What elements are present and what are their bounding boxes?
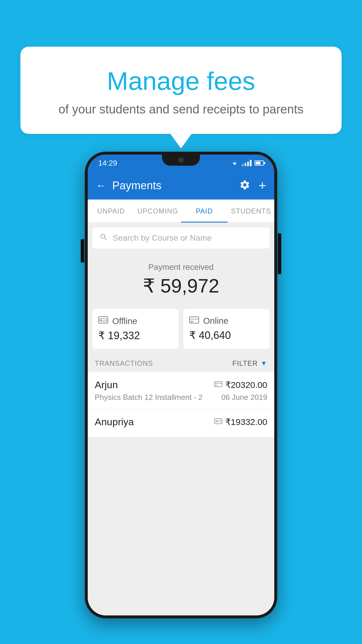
bubble-title: Manage fees — [44, 67, 318, 95]
filter-button[interactable]: FILTER ▼ — [232, 359, 267, 368]
phone-frame: 14:29 — [85, 152, 277, 618]
speech-bubble-container: Manage fees of your students and send re… — [20, 47, 342, 134]
svg-rect-5 — [189, 318, 199, 320]
offline-card-header: Offline — [98, 316, 173, 326]
transaction-name: Arjun — [95, 379, 118, 391]
filter-icon: ▼ — [261, 360, 267, 367]
speech-bubble: Manage fees of your students and send re… — [20, 47, 342, 134]
gear-icon — [239, 179, 250, 190]
bubble-subtitle: of your students and send receipts to pa… — [44, 102, 318, 116]
transaction-top: Anupriya ₹19332.00 — [95, 416, 267, 428]
tab-paid[interactable]: PAID — [181, 200, 228, 223]
payment-amount: ₹ 59,972 — [88, 275, 274, 297]
add-button[interactable]: + — [259, 178, 266, 193]
transactions-label: TRANSACTIONS — [95, 359, 153, 368]
notch — [162, 155, 200, 166]
camera-dot — [178, 158, 184, 163]
payment-received-label: Payment received — [88, 262, 274, 272]
transaction-amount: ₹20320.00 — [225, 380, 267, 390]
cash-mode-icon — [214, 417, 222, 426]
transaction-amount-wrap: ₹19332.00 — [214, 417, 267, 427]
transaction-list: Arjun ₹20320.00 — [88, 372, 274, 437]
online-card-header: Online — [189, 316, 264, 326]
app-title: Payments — [112, 179, 239, 192]
transaction-bottom: Physics Batch 12 Installment - 2 06 June… — [95, 393, 267, 402]
card-mode-icon — [214, 380, 222, 389]
svg-rect-12 — [216, 421, 217, 421]
transaction-amount: ₹19332.00 — [225, 417, 267, 427]
svg-rect-8 — [215, 383, 222, 384]
plus-icon: + — [259, 178, 266, 192]
status-time: 14:29 — [98, 159, 117, 168]
back-button[interactable]: ← — [96, 179, 106, 192]
svg-rect-6 — [190, 321, 193, 322]
offline-amount: ₹ 19,332 — [98, 330, 173, 342]
transaction-top: Arjun ₹20320.00 — [95, 379, 267, 391]
svg-rect-7 — [215, 382, 222, 387]
payment-summary: Payment received ₹ 59,972 — [88, 253, 274, 304]
offline-icon — [98, 316, 108, 326]
content-area: Search by Course or Name Payment receive… — [88, 223, 274, 615]
tab-bar: UNPAID UPCOMING PAID STUDENTS — [88, 200, 274, 223]
transaction-amount-wrap: ₹20320.00 — [214, 380, 267, 390]
app-bar-actions: + — [239, 178, 266, 193]
svg-rect-9 — [215, 385, 217, 386]
status-icons — [230, 160, 264, 166]
transactions-header: TRANSACTIONS FILTER ▼ — [88, 354, 274, 372]
offline-payment-card: Offline ₹ 19,332 — [92, 309, 179, 349]
transaction-name: Anupriya — [95, 416, 134, 428]
search-placeholder-text: Search by Course or Name — [113, 233, 212, 243]
filter-label: FILTER — [232, 359, 258, 368]
transaction-date: 06 June 2019 — [221, 393, 267, 402]
online-icon — [189, 316, 199, 326]
status-bar: 14:29 — [88, 155, 274, 172]
online-amount: ₹ 40,640 — [189, 329, 264, 342]
payment-cards: Offline ₹ 19,332 — [88, 304, 274, 354]
transaction-course: Physics Batch 12 Installment - 2 — [95, 393, 203, 402]
tab-unpaid[interactable]: UNPAID — [88, 200, 134, 223]
offline-label: Offline — [112, 316, 137, 326]
tab-students[interactable]: STUDENTS — [228, 200, 274, 223]
battery-icon — [254, 160, 264, 166]
app-bar: ← Payments + — [88, 172, 274, 200]
search-bar[interactable]: Search by Course or Name — [92, 228, 270, 249]
svg-rect-0 — [99, 317, 108, 323]
online-payment-card: Online ₹ 40,640 — [183, 309, 270, 349]
transaction-item[interactable]: Arjun ₹20320.00 — [88, 372, 274, 409]
signal-icon — [242, 160, 252, 166]
settings-button[interactable] — [239, 179, 250, 192]
phone-screen: 14:29 — [88, 155, 274, 615]
transaction-item[interactable]: Anupriya ₹19332.00 — [88, 409, 274, 437]
search-icon — [99, 233, 108, 244]
wifi-icon — [230, 160, 239, 166]
svg-rect-3 — [101, 320, 102, 321]
online-label: Online — [203, 316, 229, 326]
tab-upcoming[interactable]: UPCOMING — [134, 200, 181, 223]
